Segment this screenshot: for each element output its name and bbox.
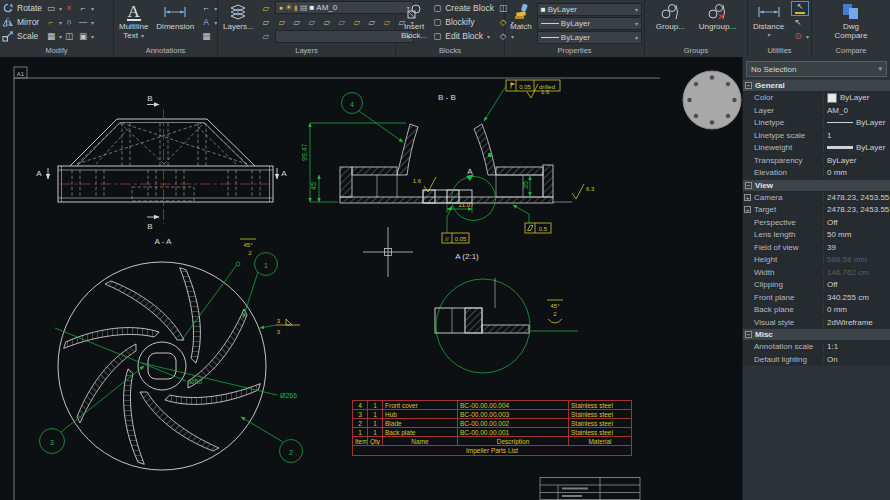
blockify-icon: ▢ xyxy=(432,16,442,29)
match-properties-button[interactable]: Match xyxy=(507,1,535,45)
prop-value[interactable]: 39 xyxy=(823,243,890,252)
layer-prev-button[interactable]: ▱ xyxy=(350,16,364,29)
prop-row-height: Height 586.58 mm xyxy=(743,254,890,267)
fillet-icon: ⌐ xyxy=(49,17,54,27)
chevron-down-icon[interactable]: ▾ xyxy=(91,5,94,12)
lengthen-button[interactable]: — xyxy=(76,16,90,29)
layer-select[interactable]: ● ☀ ▮ ▤ ■ AM_0 ▾ xyxy=(275,1,414,14)
array-button[interactable]: ▦ xyxy=(44,30,58,43)
id-point-button[interactable]: ⊙ xyxy=(791,30,805,43)
collapse-icon[interactable]: − xyxy=(745,331,752,338)
table-button[interactable]: ▦ xyxy=(199,30,213,43)
panel-label-groups[interactable]: Groups xyxy=(645,45,747,56)
group-button[interactable]: Group... xyxy=(653,1,688,45)
section-misc-title: Misc xyxy=(755,330,773,339)
panel-label-modify[interactable]: Modify xyxy=(0,45,113,56)
section-general[interactable]: − General xyxy=(743,80,890,92)
polyline-edit-button[interactable]: ⌐ xyxy=(76,2,90,15)
prop-value[interactable]: ByLayer xyxy=(823,156,890,165)
chevron-down-icon[interactable]: ▾ xyxy=(91,33,94,40)
layer-state-select[interactable]: ▾ xyxy=(275,30,414,43)
balloon-4-label: 4 xyxy=(350,101,354,108)
prop-value[interactable]: On xyxy=(823,355,890,364)
object-color-select[interactable]: ■ ByLayer ▾ xyxy=(537,3,642,16)
insert-block-button[interactable]: Insert Block... xyxy=(398,1,430,45)
panel-label-layers[interactable]: Layers xyxy=(218,45,395,56)
explode-button[interactable]: ▣ xyxy=(76,30,90,43)
prop-value[interactable]: 2478.23, 2453.55, 3402.5 xyxy=(823,193,890,202)
fillet-button[interactable]: ⌐ xyxy=(44,16,58,29)
quick-measure-button[interactable]: ↖ xyxy=(791,1,809,16)
prop-value[interactable]: ByLayer xyxy=(823,118,890,127)
stretch-button[interactable]: ▭ xyxy=(44,2,58,15)
prop-value[interactable]: 2dWireframe xyxy=(823,318,890,327)
prop-value[interactable]: Off xyxy=(823,218,890,227)
layer-lock-button[interactable]: ▱ xyxy=(305,16,319,29)
prop-value[interactable]: 0 mm xyxy=(823,305,890,314)
collapse-icon[interactable]: − xyxy=(745,82,752,89)
layers-properties-button[interactable]: Layers... xyxy=(220,1,257,45)
layer-isolate-button[interactable]: ▱ xyxy=(259,16,273,29)
layer-on-button[interactable]: ▱ xyxy=(259,2,273,15)
chevron-down-icon[interactable]: ▾ xyxy=(91,19,94,26)
leader-button[interactable]: ⌐ xyxy=(199,2,213,15)
scale-button[interactable]: Scale xyxy=(2,29,42,43)
collapse-icon[interactable]: − xyxy=(745,182,752,189)
dwg-compare-button[interactable]: Dwg Compare xyxy=(832,1,871,45)
layer-off-button[interactable]: ▱ xyxy=(275,16,289,29)
selection-dropdown[interactable]: No Selection ▾ xyxy=(746,61,887,77)
select-cursor-button[interactable]: ↖ xyxy=(791,16,805,29)
prop-value[interactable]: 340.255 cm xyxy=(823,293,890,302)
offset-button[interactable]: ○ xyxy=(62,16,76,29)
panel-label-compare[interactable]: Compare xyxy=(812,45,890,56)
prop-value[interactable]: AM_0 xyxy=(823,106,890,115)
layer-walk-button[interactable]: ▱ xyxy=(380,16,394,29)
prop-value[interactable]: 50 mm xyxy=(823,230,890,239)
chevron-down-icon[interactable]: ▾ xyxy=(806,33,809,40)
panel-label-utilities[interactable]: Utilities xyxy=(748,45,811,56)
expand-icon[interactable]: + xyxy=(744,194,751,201)
prop-value[interactable]: 2478.23, 2453.55, 0 xyxy=(823,205,890,214)
prop-value[interactable]: Off xyxy=(823,280,890,289)
linetype-select[interactable]: ByLayer ▾ xyxy=(537,17,642,30)
prop-value[interactable]: 1 xyxy=(823,131,890,140)
chevron-down-icon[interactable]: ▾ xyxy=(214,19,217,26)
ungroup-button[interactable]: Ungroup... xyxy=(696,1,739,45)
multiline-text-button[interactable]: A Multiline Text ▾ xyxy=(116,1,151,45)
dimension-button[interactable]: Dimension xyxy=(153,1,197,45)
lineweight-select[interactable]: ByLayer ▾ xyxy=(537,31,642,44)
mirror-button[interactable]: Mirror xyxy=(2,15,42,29)
detail-view: A (2:1) 45° 2 xyxy=(435,252,578,373)
layer-thaw-button[interactable]: ▱ xyxy=(290,16,304,29)
prop-row-front-plane: Front plane 340.255 cm xyxy=(743,292,890,305)
section-view[interactable]: − View xyxy=(743,180,890,192)
selection-value: No Selection xyxy=(751,65,796,74)
panel-label-blocks[interactable]: Blocks xyxy=(396,45,504,56)
layer-match-button[interactable]: ▱ xyxy=(335,16,349,29)
cell-name: Back plate xyxy=(383,428,458,437)
prop-value[interactable]: ByLayer xyxy=(823,143,890,152)
prop-label: Layer xyxy=(752,106,823,115)
text-style-button[interactable]: A xyxy=(199,16,213,29)
create-block-button[interactable]: ▢ Create Block xyxy=(432,1,494,15)
edit-block-button[interactable]: ▢ Edit Block ▾ xyxy=(432,29,494,43)
prop-value[interactable]: 1:1 xyxy=(823,342,890,351)
panel-label-properties[interactable]: Properties xyxy=(505,45,644,56)
layer-current-button[interactable]: ▱ xyxy=(320,16,334,29)
layer-unlock-button[interactable]: ▱ xyxy=(365,16,379,29)
blockify-button[interactable]: ▢ Blockify xyxy=(432,15,494,29)
chevron-down-icon[interactable]: ▾ xyxy=(214,5,217,12)
layer-freeze-button[interactable]: ▱ xyxy=(259,30,273,43)
parts-list-table[interactable]: 4 1 Front cover BC-00.00.00.004 Stainles… xyxy=(352,400,632,456)
drawing-canvas[interactable]: .wln{stroke:#d8d8d8;fill:none;stroke-wid… xyxy=(0,57,742,500)
prop-value[interactable]: 0 mm xyxy=(823,168,890,177)
navigation-wheel[interactable] xyxy=(683,71,741,129)
erase-button[interactable]: × xyxy=(62,2,76,15)
distance-button[interactable]: Distance ▾ xyxy=(750,1,787,45)
copy-button[interactable]: ◫ xyxy=(62,30,76,43)
prop-value[interactable]: ByLayer xyxy=(823,93,890,103)
panel-label-annotations[interactable]: Annotations xyxy=(114,45,217,56)
expand-icon[interactable]: + xyxy=(744,206,751,213)
rotate-button[interactable]: Rotate xyxy=(2,1,42,15)
section-misc[interactable]: − Misc xyxy=(743,329,890,341)
